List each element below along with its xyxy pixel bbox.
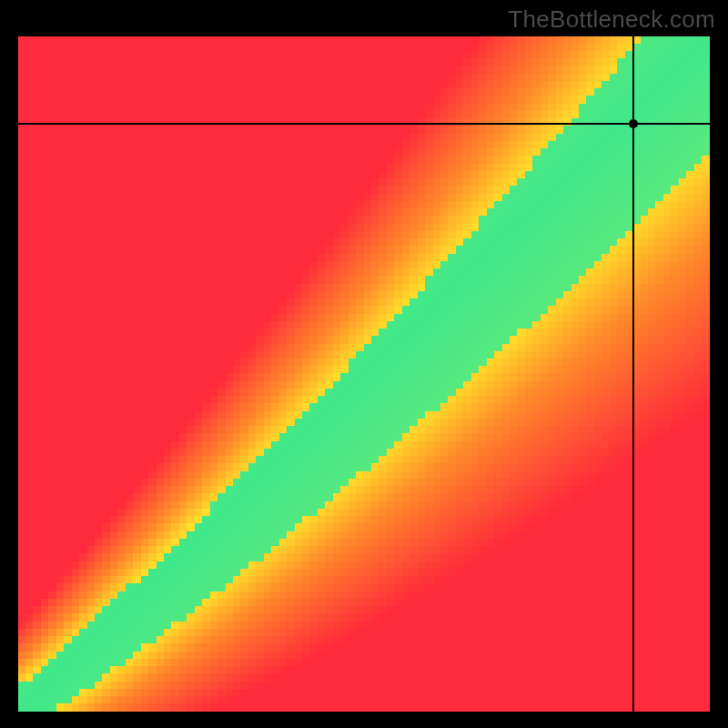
crosshair-vertical: [632, 36, 634, 712]
crosshair-horizontal: [18, 123, 710, 125]
chart-frame: TheBottleneck.com: [0, 0, 728, 728]
crosshair-marker-dot: [629, 119, 638, 128]
heatmap-plot-area: [18, 36, 710, 712]
heatmap-canvas: [18, 36, 710, 712]
watermark-text: TheBottleneck.com: [508, 5, 715, 34]
